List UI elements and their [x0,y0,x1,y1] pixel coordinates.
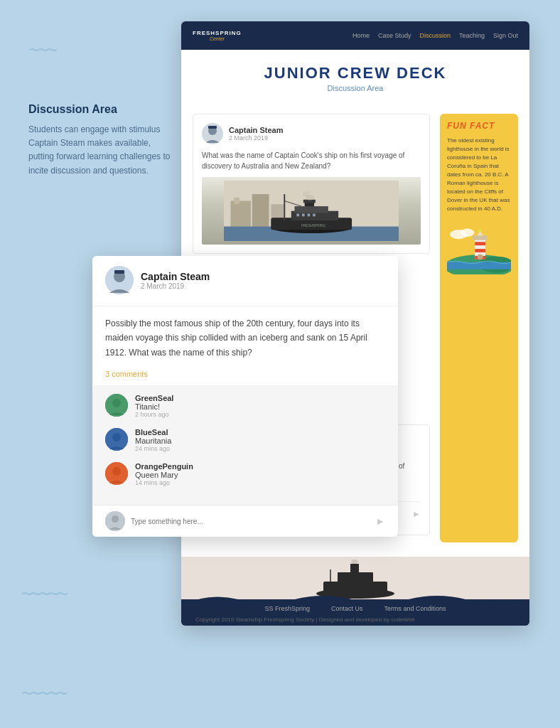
page-title: JUNIOR CREW DECK [195,64,515,82]
svg-rect-16 [296,213,299,216]
post-question-1: What was the name of Captain Cook's ship… [202,150,421,171]
nav-links: Home Case Study Discussion Teaching Sign… [352,32,518,39]
expanded-author-name: Captain Steam [141,271,210,282]
footer-link-terms[interactable]: Terms and Conditions [384,605,446,612]
svg-rect-34 [473,235,488,240]
svg-rect-31 [475,242,485,245]
svg-point-50 [112,399,121,407]
svg-marker-35 [478,231,483,236]
comment-1-time: 2 hours ago [135,411,173,418]
fun-fact-illustration [447,218,511,274]
comment-3-time: 14 mins ago [135,479,193,486]
expanded-captain-avatar [105,266,134,294]
expanded-send-button[interactable]: ► [375,515,385,527]
commenter-1-name: GreenSeal [135,394,173,402]
post-author-1: Captain Steam 2 March 2019 [202,123,421,144]
nav-bar: FRESHSPRING Center Home Case Study Discu… [181,21,529,50]
wave-decoration-middle: ~~~~~ [21,583,65,606]
logo-sub: Center [210,36,225,41]
post-date-1: 2 March 2019 [229,134,283,141]
svg-rect-48 [114,270,124,274]
water-section: SS FreshSpring Contact Us Terms and Cond… [181,557,529,626]
comment-1-body: GreenSeal Titanic! 2 hours ago [135,394,173,418]
orangepenguin-avatar [105,462,128,485]
commenter-3-name: OrangePenguin [135,462,193,471]
commenter-2-name: BlueSeal [135,428,171,437]
sidebar-panel: Discussion Area Students can engage with… [28,103,171,178]
comment-3-text: Queen Mary [135,471,193,479]
comment-2-body: BlueSeal Mauritania 24 mins ago [135,428,171,452]
logo-text: FRESHSPRING [193,30,242,36]
svg-rect-37 [478,254,483,259]
second-post-send-button[interactable]: ► [412,509,421,519]
svg-point-22 [303,191,309,197]
fun-fact-card: FUN FACT The oldest existing lighthouse … [440,114,518,542]
comments-list: GreenSeal Titanic! 2 hours ago BlueSeal … [92,385,398,505]
page-subtitle: Discussion Area [195,84,515,92]
svg-rect-19 [313,213,316,216]
page-header: JUNIOR CREW DECK Discussion Area [181,50,529,107]
svg-rect-43 [350,564,359,574]
post-card-1: Captain Steam 2 March 2019 What was the … [193,114,430,254]
nav-discussion[interactable]: Discussion [419,32,451,39]
fun-fact-title: FUN FACT [447,121,511,131]
expanded-comment-input-row: ► [92,505,398,537]
svg-rect-32 [475,249,485,252]
expanded-author-info: Captain Steam 2 March 2019 [141,271,210,290]
wave-decoration-top: ~~~ [28,39,55,62]
greenseal-avatar [105,394,128,417]
svg-rect-15 [294,206,328,213]
comment-2-text: Mauritania [135,437,171,445]
footer-links: SS FreshSpring Contact Us Terms and Cond… [195,605,515,612]
expanded-post-content: Possibly the most famous ship of the 20t… [92,306,398,370]
expanded-post-author: Captain Steam 2 March 2019 [105,266,385,294]
comment-3-body: OrangePenguin Queen Mary 14 mins ago [135,462,193,486]
svg-point-26 [461,228,475,236]
post-author-info-1: Captain Steam 2 March 2019 [229,126,283,141]
comment-1: GreenSeal Titanic! 2 hours ago [105,394,385,418]
nav-home[interactable]: Home [352,32,370,39]
comment-2: BlueSeal Mauritania 24 mins ago [105,428,385,452]
svg-point-44 [351,560,358,564]
footer-copyright: Copyright 2019 Steamship Freshspring Soc… [195,616,515,623]
expanded-author-date: 2 March 2019 [141,282,210,290]
svg-point-54 [112,467,121,476]
comment-3: OrangePenguin Queen Mary 14 mins ago [105,462,385,486]
expanded-comments-count[interactable]: 3 comments [92,370,398,385]
footer-link-ship[interactable]: SS FreshSpring [264,605,310,612]
user-input-avatar [105,511,125,531]
svg-text:FRESHSPRING: FRESHSPRING [301,223,325,227]
comment-2-time: 24 mins ago [135,445,171,452]
svg-rect-4 [234,198,239,204]
svg-rect-17 [302,213,305,216]
svg-point-56 [112,515,119,523]
captain-avatar-1 [202,123,223,144]
svg-rect-18 [307,213,310,216]
post-author-name-1: Captain Steam [229,126,283,134]
nav-teaching[interactable]: Teaching [459,32,485,39]
svg-rect-36 [478,229,482,231]
sidebar-title: Discussion Area [28,103,171,116]
footer-link-contact[interactable]: Contact Us [331,605,363,612]
comment-1-text: Titanic! [135,402,173,411]
expanded-post-header: Captain Steam 2 March 2019 [92,256,398,306]
nav-sign-out[interactable]: Sign Out [493,32,518,39]
wave-decoration-bottom: ~~~~~ [21,682,65,705]
fun-fact-text: The oldest existing lighthouse in the wo… [447,136,511,213]
expanded-post: Captain Steam 2 March 2019 Possibly the … [92,256,398,537]
svg-rect-1 [208,126,217,129]
svg-point-52 [112,433,121,441]
sidebar-description: Students can engage with stimulus Captai… [28,123,171,178]
ship-image-1: FRESHSPRING [202,177,421,245]
blueseal-avatar [105,428,128,451]
expanded-comment-input[interactable] [131,518,370,525]
expanded-post-text: Possibly the most famous ship of the 20t… [105,316,385,360]
nav-logo: FRESHSPRING Center [193,30,242,41]
nav-case-study[interactable]: Case Study [378,32,411,39]
